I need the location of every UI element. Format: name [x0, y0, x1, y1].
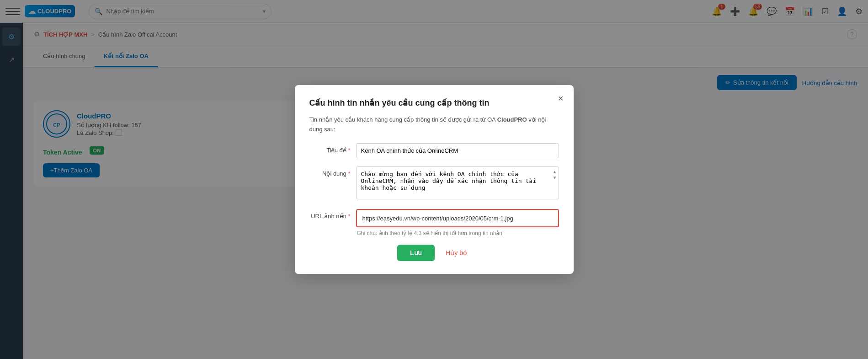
modal-overlay[interactable]: × Cấu hình tin nhắn yêu cầu cung cấp thô…: [0, 0, 868, 359]
cancel-button[interactable]: Hủy bỏ: [442, 245, 471, 261]
url-input[interactable]: [362, 215, 553, 222]
url-field-box: [356, 209, 559, 227]
title-label: Tiêu đề *: [309, 143, 351, 154]
required-mark: *: [348, 147, 350, 154]
modal-close-button[interactable]: ×: [558, 93, 564, 104]
modal-actions: Lưu Hủy bỏ: [309, 245, 559, 261]
modal-brand: CloudPRO: [497, 116, 527, 123]
content-textarea[interactable]: Chào mừng bạn đến với kênh OA chính thức…: [356, 166, 559, 199]
url-field-wrap: Ghi chú: ảnh theo tỷ lệ 4:3 sẽ hiển thị …: [356, 209, 559, 236]
scroll-up-icon[interactable]: ▲: [553, 169, 557, 174]
content-textarea-wrap: Chào mừng bạn đến với kênh OA chính thức…: [356, 166, 559, 201]
required-mark-3: *: [348, 213, 350, 220]
form-row-title: Tiêu đề *: [309, 143, 559, 158]
title-input[interactable]: [356, 143, 559, 158]
save-button[interactable]: Lưu: [397, 245, 435, 261]
modal-dialog: × Cấu hình tin nhắn yêu cầu cung cấp thô…: [295, 85, 574, 274]
form-row-url: URL ảnh nền * Ghi chú: ảnh theo tỷ lệ 4:…: [309, 209, 559, 236]
form-row-content: Nội dung * Chào mừng bạn đến với kênh OA…: [309, 166, 559, 201]
url-note: Ghi chú: ảnh theo tỷ lệ 4:3 sẽ hiển thị …: [356, 230, 559, 236]
url-label: URL ảnh nền *: [309, 209, 351, 220]
scroll-down-icon[interactable]: ▼: [553, 175, 557, 180]
content-label: Nội dung *: [309, 166, 351, 177]
modal-description: Tin nhắn yêu cầu khách hàng cung cấp thô…: [309, 115, 559, 134]
textarea-scrollbar: ▲ ▼: [552, 167, 558, 200]
modal-title: Cấu hình tin nhắn yêu cầu cung cấp thông…: [309, 98, 559, 108]
required-mark-2: *: [348, 170, 350, 177]
